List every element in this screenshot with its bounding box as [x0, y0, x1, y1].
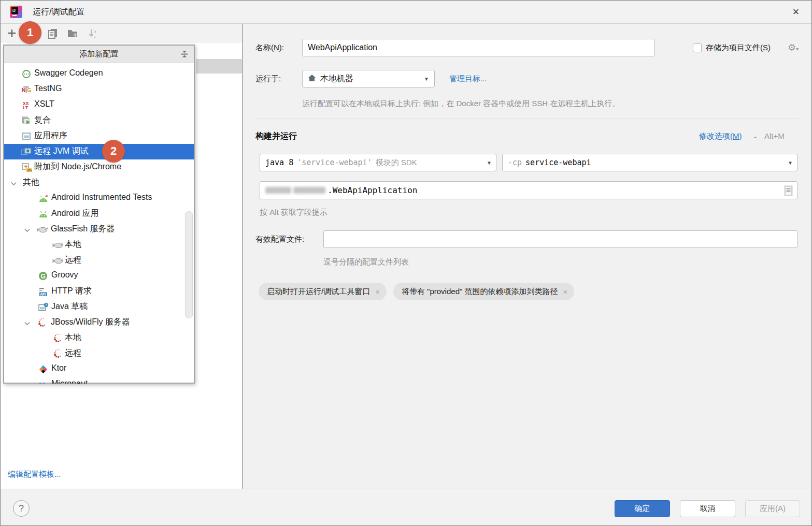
- config-type-item[interactable]: GGroovy: [4, 268, 194, 284]
- config-type-item[interactable]: MMicronaut: [4, 377, 194, 384]
- svg-text:LT: LT: [23, 105, 29, 110]
- config-type-item[interactable]: Ktor: [4, 361, 194, 377]
- config-type-item[interactable]: NGTestNG: [4, 82, 194, 97]
- glassfish-icon: 1: [52, 240, 63, 250]
- edit-configuration-templates-link[interactable]: 编辑配置模板...: [8, 470, 61, 479]
- jboss-icon: [52, 333, 63, 343]
- browse-class-icon[interactable]: [784, 185, 793, 198]
- new-folder-icon[interactable]: [67, 28, 78, 39]
- config-type-label: HTTP 请求: [51, 286, 92, 297]
- config-type-label: 远程: [65, 255, 81, 266]
- groovy-icon: G: [37, 271, 49, 281]
- build-and-run-section-title: 构建并运行: [255, 131, 297, 142]
- http-request-icon: API: [37, 286, 49, 297]
- config-type-label: Android 应用: [51, 208, 99, 219]
- glassfish-icon: 1: [36, 224, 48, 235]
- manage-targets-link[interactable]: 管理目标...: [449, 74, 487, 84]
- config-type-item[interactable]: 复合: [4, 113, 194, 128]
- popup-header: 添加新配置: [4, 46, 194, 63]
- micronaut-icon: M: [37, 379, 49, 384]
- popup-scrollbar[interactable]: [185, 211, 193, 318]
- store-settings-gear-icon: ⚙▾: [788, 42, 799, 53]
- jboss-icon: [36, 317, 48, 328]
- name-field-label: 名称(N):: [255, 43, 284, 53]
- svg-text:JS: JS: [27, 168, 32, 171]
- svg-text:IJ: IJ: [12, 9, 16, 12]
- application-icon: [21, 131, 32, 141]
- config-type-label: 复合: [34, 115, 51, 126]
- config-type-label: TestNG: [34, 84, 62, 93]
- modify-options-link[interactable]: 修改选项(M): [699, 132, 742, 141]
- chevron-down-icon[interactable]: [24, 319, 31, 326]
- configuration-name-input[interactable]: WebApiApplication: [302, 39, 655, 56]
- annotation-badge-1: 1: [19, 21, 41, 44]
- config-type-item[interactable]: JS附加到 Node.js/Chrome: [4, 159, 194, 175]
- config-type-item[interactable]: Android 应用: [4, 206, 194, 222]
- config-type-label: Java 草稿: [51, 301, 88, 312]
- svg-text:M: M: [39, 381, 45, 384]
- option-tag: 启动时打开运行/调试工具窗口×: [259, 283, 387, 300]
- svg-text:1: 1: [62, 257, 63, 260]
- java-scratch-icon: [37, 302, 49, 312]
- run-debug-configurations-dialog: IJ 运行/调试配置 × az 编辑配置模板... 添加新配置 Swa: [0, 0, 812, 526]
- close-icon[interactable]: ×: [788, 5, 804, 20]
- title-bar: IJ 运行/调试配置 ×: [1, 1, 811, 24]
- config-type-item[interactable]: APIHTTP 请求: [4, 284, 194, 299]
- node-attach-icon: JS: [21, 162, 32, 172]
- svg-text:z: z: [94, 34, 96, 39]
- tag-label: 将带有 "provided" 范围的依赖项添加到类路径: [402, 287, 558, 297]
- popup-title: 添加新配置: [4, 49, 194, 59]
- sort-configurations-icon: az: [88, 28, 99, 39]
- config-type-item[interactable]: 应用程序: [4, 128, 194, 144]
- chevron-down-icon[interactable]: [10, 180, 17, 186]
- chevron-down-icon[interactable]: [24, 226, 31, 233]
- copy-configuration-icon[interactable]: [47, 28, 59, 39]
- config-type-item[interactable]: JBoss/WildFly 服务器: [4, 315, 194, 330]
- profiles-hint: 逗号分隔的配置文件列表: [323, 257, 409, 267]
- active-profiles-input[interactable]: [323, 230, 797, 248]
- tag-close-icon[interactable]: ×: [375, 287, 380, 296]
- store-as-project-file-checkbox[interactable]: [693, 43, 702, 52]
- svg-text:G: G: [41, 273, 46, 280]
- store-as-project-file-label: 存储为项目文件(S): [706, 43, 771, 53]
- section-separator: [255, 119, 799, 119]
- config-type-item[interactable]: 其他: [4, 175, 194, 191]
- config-type-item[interactable]: 1远程: [4, 253, 194, 268]
- swagger-icon: [21, 69, 32, 79]
- tag-close-icon[interactable]: ×: [563, 287, 567, 296]
- jre-sdk-dropdown[interactable]: java 8 'service-webapi' 模块的 SDK ▼: [260, 154, 496, 171]
- config-type-item[interactable]: Swagger Codegen: [4, 66, 194, 82]
- ok-button[interactable]: 确定: [615, 500, 670, 517]
- config-type-label: GlassFish 服务器: [51, 224, 115, 235]
- option-tag: 将带有 "provided" 范围的依赖项添加到类路径×: [393, 283, 574, 300]
- config-type-item[interactable]: 远程: [4, 346, 194, 361]
- help-button[interactable]: ?: [13, 500, 30, 517]
- config-type-item[interactable]: 1GlassFish 服务器: [4, 222, 194, 237]
- config-type-label: JBoss/WildFly 服务器: [51, 317, 130, 328]
- background-selected-row: [196, 59, 242, 74]
- android-test-icon: [37, 193, 49, 203]
- config-type-label: Android Instrumented Tests: [51, 193, 152, 202]
- ktor-icon: [37, 364, 49, 374]
- xslt-icon: XSLT: [21, 100, 32, 110]
- config-type-item[interactable]: 远程 JVM 调试: [4, 144, 194, 159]
- svg-text:N: N: [22, 87, 25, 93]
- config-type-item[interactable]: 本地: [4, 330, 194, 346]
- config-type-item[interactable]: Java 草稿: [4, 299, 194, 315]
- config-type-item[interactable]: Android Instrumented Tests: [4, 191, 194, 206]
- cancel-button[interactable]: 取消: [680, 500, 735, 517]
- panel-divider[interactable]: [242, 24, 243, 489]
- run-target-dropdown[interactable]: 本地机器 ▼: [302, 70, 435, 87]
- collapse-all-icon[interactable]: [180, 50, 189, 59]
- svg-text:1: 1: [47, 226, 48, 229]
- modify-options-shortcut: Alt+M: [764, 132, 785, 140]
- add-configuration-icon[interactable]: [7, 28, 18, 39]
- main-class-input[interactable]: .WebApiApplication: [260, 181, 797, 199]
- classpath-module-dropdown[interactable]: -cp service-webapi ▼: [502, 154, 797, 171]
- config-type-item[interactable]: XSLTXSLT: [4, 97, 194, 113]
- config-type-item[interactable]: 1本地: [4, 237, 194, 253]
- testng-icon: NG: [21, 84, 32, 95]
- remote-jvm-debug-icon: [21, 147, 32, 157]
- apply-button: 应用(A): [745, 500, 800, 517]
- configuration-type-list: Swagger CodegenNGTestNGXSLTXSLT复合应用程序远程 …: [4, 63, 194, 384]
